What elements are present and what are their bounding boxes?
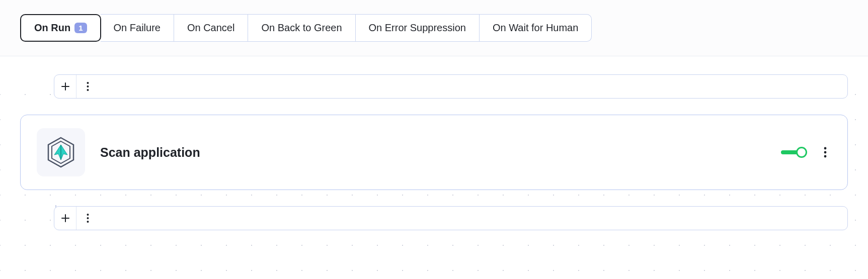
svg-point-2 xyxy=(87,89,89,91)
plus-icon xyxy=(61,214,70,223)
svg-point-1 xyxy=(87,85,89,87)
pipeline-step-card[interactable]: Scan application xyxy=(20,115,848,190)
svg-point-0 xyxy=(87,82,89,84)
plus-icon xyxy=(61,82,70,91)
tab-label: On Error Suppression xyxy=(369,22,466,34)
pipeline-canvas: Scan application xyxy=(0,74,868,279)
tab-count-badge: 1 xyxy=(74,23,87,33)
step-menu-button[interactable] xyxy=(76,75,99,98)
svg-point-9 xyxy=(87,217,89,219)
svg-point-6 xyxy=(824,151,827,154)
step-options-button[interactable] xyxy=(819,146,831,158)
trigger-tabs: On Run 1 On Failure On Cancel On Back to… xyxy=(20,14,848,42)
toggle-knob xyxy=(796,147,807,158)
step-menu-button[interactable] xyxy=(76,207,99,230)
add-step-button[interactable] xyxy=(54,207,76,230)
svg-point-7 xyxy=(824,155,827,158)
tab-label: On Wait for Human xyxy=(493,22,578,34)
tab-label: On Cancel xyxy=(187,22,235,34)
svg-point-10 xyxy=(87,221,89,223)
tab-label: On Failure xyxy=(114,22,161,34)
tab-on-cancel[interactable]: On Cancel xyxy=(174,14,249,42)
kebab-icon xyxy=(87,81,89,91)
tab-on-error-suppression[interactable]: On Error Suppression xyxy=(356,14,480,42)
tab-on-wait-for-human[interactable]: On Wait for Human xyxy=(480,14,592,42)
step-title: Scan application xyxy=(100,145,766,160)
trigger-tabs-bar: On Run 1 On Failure On Cancel On Back to… xyxy=(0,0,868,56)
step-integration-icon-container xyxy=(37,128,85,176)
step-enabled-toggle[interactable] xyxy=(781,147,807,158)
kebab-icon xyxy=(87,213,89,223)
phoenix-scanner-icon xyxy=(43,135,78,170)
kebab-icon xyxy=(824,146,827,158)
svg-point-8 xyxy=(87,214,89,216)
svg-point-5 xyxy=(824,147,827,150)
add-step-control-bottom xyxy=(54,206,848,230)
tab-on-back-to-green[interactable]: On Back to Green xyxy=(248,14,355,42)
tab-on-failure[interactable]: On Failure xyxy=(101,14,174,42)
add-step-button[interactable] xyxy=(54,75,76,98)
add-step-control-top xyxy=(54,74,848,99)
tab-on-run[interactable]: On Run 1 xyxy=(20,14,101,42)
tab-label: On Run xyxy=(34,22,70,34)
tab-label: On Back to Green xyxy=(261,22,342,34)
step-actions xyxy=(781,146,831,158)
